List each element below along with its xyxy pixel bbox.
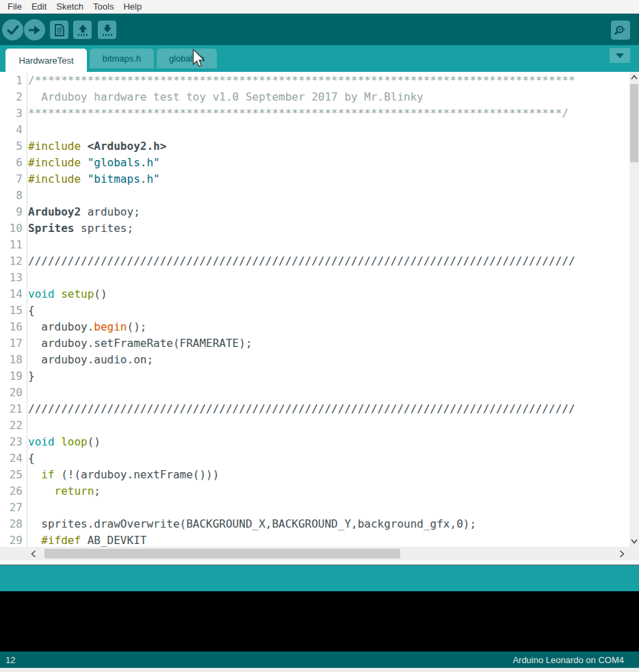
gutter: 1234567891011121314151617181920212223242…: [0, 73, 27, 547]
menu-edit[interactable]: Edit: [27, 0, 51, 14]
code-line: [28, 122, 629, 138]
code-line: {: [28, 302, 629, 319]
line-number: 28: [0, 516, 27, 532]
horizontal-scrollbar[interactable]: [0, 547, 639, 560]
window-edge: [0, 668, 639, 672]
code-lines[interactable]: /***************************************…: [28, 73, 629, 547]
line-number: 22: [0, 417, 27, 434]
line-number: 13: [0, 270, 27, 286]
footer-status-bar: 12 Arduino Leonardo on COM4: [0, 651, 639, 668]
line-number: 7: [0, 171, 27, 188]
current-line-indicator: 12: [5, 655, 15, 665]
tab-label: globals.h: [169, 53, 205, 64]
code-line: #include "bitmaps.h": [28, 171, 629, 188]
tab-label: HardwareTest: [18, 55, 73, 66]
vertical-scroll-thumb[interactable]: [630, 84, 638, 162]
document-icon: [54, 24, 65, 36]
tab-bar: HardwareTest bitmaps.h globals.h: [0, 45, 639, 72]
code-line: [28, 237, 629, 253]
line-number: 2: [0, 89, 27, 105]
line-number: 29: [0, 532, 27, 547]
menu-tools[interactable]: Tools: [88, 0, 118, 14]
tab-label: bitmaps.h: [103, 53, 141, 64]
line-number: 21: [0, 401, 27, 417]
scroll-up-icon[interactable]: [629, 73, 639, 81]
line-number: 11: [0, 237, 27, 253]
code-line: [28, 270, 629, 286]
line-number: 5: [0, 138, 27, 155]
code-line: arduboy.setFrameRate(FRAMERATE);: [28, 335, 629, 352]
horizontal-scroll-thumb[interactable]: [44, 549, 400, 558]
menu-help[interactable]: Help: [118, 0, 146, 14]
code-line: ****************************************…: [28, 105, 629, 122]
code-line: {: [28, 450, 629, 467]
code-line: /***************************************…: [28, 73, 629, 89]
arrow-down-tray-icon: [101, 24, 114, 36]
vertical-scrollbar[interactable]: [629, 72, 639, 547]
code-line: [28, 385, 629, 401]
line-number: 23: [0, 434, 27, 450]
line-number: 20: [0, 385, 27, 401]
menu-sketch[interactable]: Sketch: [51, 0, 88, 14]
line-number: 14: [0, 286, 27, 302]
line-number: 9: [0, 204, 27, 220]
code-line: Arduboy hardware test toy v1.0 September…: [28, 89, 629, 105]
console-output: [0, 591, 639, 651]
line-number: 16: [0, 319, 27, 335]
status-message-bar: [0, 565, 639, 591]
line-number: 17: [0, 335, 27, 352]
line-number: 4: [0, 122, 27, 138]
tab-bitmaps-h[interactable]: bitmaps.h: [90, 49, 154, 68]
code-line: sprites.drawOverwrite(BACKGROUND_X,BACKG…: [28, 516, 629, 532]
scroll-right-icon[interactable]: [617, 550, 627, 558]
save-button[interactable]: [98, 21, 116, 39]
board-port-label: Arduino Leonardo on COM4: [512, 655, 624, 665]
magnifier-icon: [614, 23, 627, 37]
verify-button[interactable]: [2, 19, 23, 40]
line-number: 15: [0, 302, 27, 319]
upload-button[interactable]: [24, 19, 45, 40]
tab-hardwaretest[interactable]: HardwareTest: [5, 49, 87, 72]
menu-bar: File Edit Sketch Tools Help: [0, 0, 639, 14]
open-button[interactable]: [73, 21, 92, 39]
code-line: ////////////////////////////////////////…: [28, 253, 629, 270]
tab-globals-h[interactable]: globals.h: [157, 49, 217, 68]
code-line: Arduboy2 arduboy;: [28, 204, 629, 220]
code-line: void loop(): [28, 434, 629, 450]
line-number: 27: [0, 500, 27, 516]
scroll-down-icon[interactable]: [629, 537, 639, 545]
line-number: 10: [0, 220, 27, 237]
code-line: Sprites sprites;: [28, 220, 629, 237]
code-line: return;: [28, 483, 629, 500]
menu-file[interactable]: File: [3, 0, 27, 14]
code-line: ////////////////////////////////////////…: [28, 401, 629, 417]
code-line: #ifdef AB_DEVKIT: [28, 532, 629, 547]
line-number: 12: [0, 253, 27, 270]
serial-monitor-button[interactable]: [611, 21, 630, 40]
line-number: 18: [0, 352, 27, 368]
line-number: 19: [0, 368, 27, 385]
check-icon: [7, 25, 19, 36]
arduino-ide-window: File Edit Sketch Tools Help: [0, 0, 639, 672]
code-line: [28, 500, 629, 516]
line-number: 1: [0, 73, 27, 89]
line-number: 25: [0, 467, 27, 483]
code-line: arduboy.begin();: [28, 319, 629, 335]
toolbar: [0, 14, 639, 45]
line-number: 26: [0, 483, 27, 500]
code-line: if (!(arduboy.nextFrame())): [28, 467, 629, 483]
code-line: #include "globals.h": [28, 155, 629, 171]
code-line: [28, 188, 629, 204]
arrow-up-tray-icon: [77, 24, 89, 36]
code-line: void setup(): [28, 286, 629, 302]
scroll-left-icon[interactable]: [29, 550, 38, 558]
line-number: 24: [0, 450, 27, 467]
pane-divider[interactable]: [0, 560, 639, 565]
line-number: 6: [0, 155, 27, 171]
arrow-right-icon: [29, 25, 41, 36]
tab-list-button[interactable]: [610, 48, 630, 63]
line-number: 8: [0, 188, 27, 204]
new-button[interactable]: [50, 21, 68, 39]
code-editor: 1234567891011121314151617181920212223242…: [0, 72, 639, 547]
code-line: arduboy.audio.on;: [28, 352, 629, 368]
